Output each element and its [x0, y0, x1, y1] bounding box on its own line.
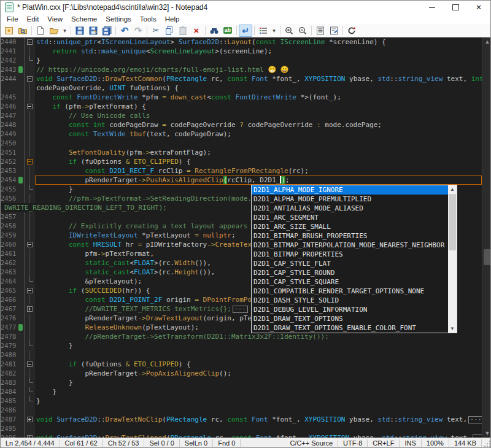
- bookmark-margin[interactable]: [18, 47, 24, 56]
- completion-item[interactable]: D2D1_ARC_SEGMENT: [252, 213, 448, 222]
- line-number[interactable]: 2457: [1, 212, 18, 222]
- code-text[interactable]: void SurfaceD2D::DrawTextClipped(PRectan…: [35, 433, 482, 438]
- line-number[interactable]: 2483: [1, 378, 18, 387]
- scroll-down-arrow-icon[interactable]: ▼: [448, 325, 457, 333]
- line-number[interactable]: 2464: [1, 277, 18, 286]
- fold-margin[interactable]: [24, 129, 35, 139]
- save-copy-button[interactable]: [87, 25, 100, 37]
- fold-margin[interactable]: [24, 369, 35, 378]
- fold-margin[interactable]: [24, 396, 35, 406]
- completion-item[interactable]: D2D1_CAP_STYLE_ROUND: [252, 268, 448, 277]
- bookmark-margin[interactable]: [18, 286, 24, 295]
- menu-item-settings[interactable]: Settings: [101, 15, 136, 23]
- bookmark-margin[interactable]: [18, 65, 24, 74]
- bookmark-margin[interactable]: [18, 424, 24, 433]
- bookmark-margin[interactable]: [18, 341, 24, 350]
- undo-button[interactable]: ↶: [118, 25, 131, 37]
- code-text[interactable]: }: [35, 387, 482, 396]
- code-editor[interactable]: 2440std::unique_ptr<IScreenLineLayout> S…: [1, 37, 491, 438]
- line-number[interactable]: 2481: [1, 360, 18, 369]
- zoom-out-button[interactable]: [296, 25, 309, 37]
- status-cell-right-3[interactable]: INS: [400, 439, 421, 447]
- code-text[interactable]: if (fuOptions & ETO_CLIPPED) {: [35, 360, 482, 369]
- code-line[interactable]: 2449 const TextWide tbuf(text, codePageD…: [1, 129, 482, 139]
- line-number[interactable]: 2486: [1, 406, 18, 415]
- status-cell-left-0[interactable]: Ln 2,454 / 4,444: [1, 439, 60, 447]
- bookmark-margin[interactable]: [18, 406, 24, 415]
- code-text[interactable]: [35, 406, 482, 415]
- bookmark-margin[interactable]: [18, 277, 24, 286]
- scrollbar-thumb[interactable]: [449, 194, 456, 250]
- code-line[interactable]: 2482 pRenderTarget->PopAxisAlignedClip()…: [1, 369, 482, 378]
- fold-margin[interactable]: [24, 323, 35, 332]
- line-number[interactable]: 2459: [1, 231, 18, 240]
- line-number[interactable]: 2460: [1, 240, 18, 249]
- line-number[interactable]: 2445: [1, 93, 18, 102]
- bookmark-margin[interactable]: [18, 240, 24, 249]
- scheme-dropdown[interactable]: ▾: [270, 25, 278, 37]
- fold-margin[interactable]: [24, 139, 35, 148]
- code-text[interactable]: void SurfaceD2D::DrawTextNoClip(PRectang…: [35, 415, 482, 424]
- code-line[interactable]: 2445 const FontDirectWrite *pfm = down_c…: [1, 93, 482, 102]
- bookmark-margin[interactable]: [18, 231, 24, 240]
- code-line[interactable]: codePageOverride, UINT fuOptions) {: [1, 83, 482, 93]
- code-line[interactable]: 2453 const D2D1_RECT_F rcClip = Rectangl…: [1, 166, 482, 176]
- scrollbar-thumb[interactable]: [484, 249, 491, 265]
- line-number[interactable]: 2465: [1, 286, 18, 295]
- bookmark-margin[interactable]: [18, 120, 24, 129]
- fold-ellipsis-box[interactable]: ···: [468, 416, 482, 423]
- code-text[interactable]: [35, 350, 482, 360]
- delete-button[interactable]: ×: [190, 25, 203, 37]
- bookmark-margin[interactable]: [18, 433, 24, 438]
- status-cell-left-4[interactable]: SelLn 0: [180, 439, 213, 447]
- code-text[interactable]: [35, 424, 482, 433]
- fold-toggle-icon[interactable]: [27, 417, 33, 422]
- bookmark-margin[interactable]: [18, 387, 24, 396]
- completion-item[interactable]: D2D1_COMPATIBLE_RENDER_TARGET_OPTIONS_NO…: [252, 287, 448, 296]
- code-text[interactable]: // https://unicode.org/emoji/charts/full…: [35, 65, 482, 74]
- code-text[interactable]: const D2D1_RECT_F rcClip = RectangleFrom…: [35, 166, 482, 176]
- code-line[interactable]: 2441 return std::make_unique<ScreenLineL…: [1, 47, 482, 56]
- status-cell-right-0[interactable]: C/C++ Source: [285, 439, 338, 447]
- bookmark-margin[interactable]: [18, 176, 24, 185]
- menu-item-scheme[interactable]: Scheme: [67, 15, 101, 23]
- code-text[interactable]: const FontDirectWrite *pfm = down_cast<c…: [35, 93, 482, 102]
- fold-margin[interactable]: [24, 120, 35, 129]
- fold-toggle-icon[interactable]: [27, 361, 33, 367]
- menu-item-tools[interactable]: Tools: [136, 15, 161, 23]
- word-wrap-toggle[interactable]: ↵: [239, 25, 252, 37]
- new-file-button[interactable]: [34, 25, 47, 37]
- line-number[interactable]: 2443: [1, 65, 18, 74]
- bookmark-margin[interactable]: [18, 360, 24, 369]
- line-number[interactable]: 2482: [1, 369, 18, 378]
- code-text[interactable]: SetFontQuality(pfm->extraFontFlag);: [35, 148, 482, 157]
- completion-item[interactable]: D2D1_DRAW_TEXT_OPTIONS_ENABLE_COLOR_FONT: [252, 323, 448, 333]
- line-number[interactable]: 2476: [1, 314, 18, 323]
- code-line[interactable]: 2486: [1, 406, 482, 415]
- bookmark-margin[interactable]: [18, 258, 24, 268]
- bookmark-margin[interactable]: [18, 83, 24, 93]
- code-line[interactable]: 2452 if (fuOptions & ETO_CLIPPED) {: [1, 157, 482, 166]
- code-line[interactable]: 2454 pRenderTarget->PushAxisAlignedClip(…: [1, 176, 482, 185]
- fold-margin[interactable]: [24, 212, 35, 222]
- bookmark-margin[interactable]: [18, 268, 24, 277]
- completion-item[interactable]: D2D1_ALPHA_MODE_PREMULTIPLIED: [252, 195, 448, 204]
- line-number[interactable]: 2461: [1, 249, 18, 258]
- completion-item[interactable]: D2D1_ALPHA_MODE_IGNORE: [252, 185, 448, 195]
- bookmark-margin[interactable]: [18, 396, 24, 406]
- fold-margin[interactable]: [24, 286, 35, 295]
- redo-button[interactable]: ↷: [131, 25, 145, 37]
- bookmark-margin[interactable]: [18, 249, 24, 258]
- fold-margin[interactable]: [24, 185, 35, 194]
- line-number[interactable]: 2447: [1, 111, 18, 120]
- code-line[interactable]: 2451 SetFontQuality(pfm->extraFontFlag);: [1, 148, 482, 157]
- fold-toggle-icon[interactable]: [27, 104, 33, 109]
- resize-grip[interactable]: [483, 439, 491, 448]
- bookmark-margin[interactable]: [18, 56, 24, 65]
- code-text[interactable]: }: [35, 378, 482, 387]
- fold-margin[interactable]: [24, 387, 35, 396]
- line-number[interactable]: 2479: [1, 341, 18, 350]
- code-line[interactable]: 2447 // Use Unicode calls: [1, 111, 482, 120]
- completion-item[interactable]: D2D1_DEBUG_LEVEL_INFORMATION: [252, 305, 448, 314]
- line-number[interactable]: 2453: [1, 166, 18, 176]
